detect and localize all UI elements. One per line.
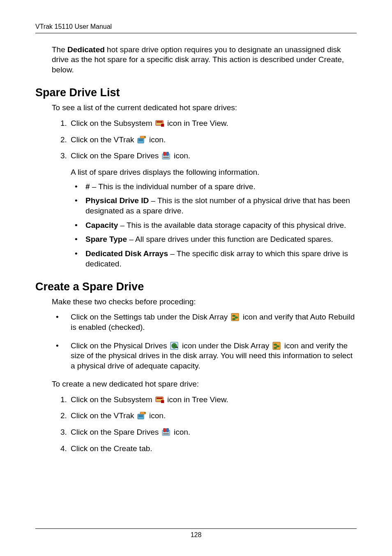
bullet-bold: # bbox=[85, 182, 90, 191]
disk-array-icon bbox=[231, 313, 240, 321]
section1-steps: Click on the Subsystem icon in Tree View… bbox=[52, 118, 357, 269]
list-item: # – This is the individual number of a s… bbox=[71, 182, 357, 192]
text: Click on the Subsystem bbox=[71, 395, 154, 404]
section1-bullets: # – This is the individual number of a s… bbox=[71, 182, 357, 269]
header-rule bbox=[35, 33, 357, 33]
text: The bbox=[52, 45, 67, 54]
disk-array-icon bbox=[272, 342, 281, 350]
physical-drives-icon bbox=[170, 342, 179, 350]
text: icon. bbox=[147, 411, 166, 420]
heading-spare-drive-list: Spare Drive List bbox=[35, 86, 357, 99]
list-item: Click on the VTrak icon. bbox=[69, 410, 357, 421]
section1-subpara: A list of spare drives displays the foll… bbox=[71, 167, 357, 178]
bullet-bold: Spare Type bbox=[85, 235, 127, 243]
list-item: Click on the Physical Drives icon under … bbox=[52, 341, 357, 371]
text: Click on the Create tab. bbox=[71, 444, 152, 453]
section1-intro: To see a list of the current dedicated h… bbox=[52, 103, 357, 112]
text: icon. bbox=[172, 151, 190, 160]
running-head: VTrak 15110 User Manual bbox=[35, 23, 357, 30]
bold-dedicated: Dedicated bbox=[67, 45, 105, 54]
footer-rule bbox=[35, 528, 357, 529]
bullet-rest: – This is the individual number of a spa… bbox=[90, 182, 256, 191]
dedicated-intro: The Dedicated hot spare drive option req… bbox=[52, 45, 357, 75]
text: icon in Tree View. bbox=[165, 395, 228, 404]
page-number: 128 bbox=[35, 531, 357, 539]
subsystem-icon bbox=[155, 396, 164, 404]
text: icon. bbox=[172, 428, 190, 436]
list-item: Click on the Settings tab under the Disk… bbox=[52, 312, 357, 332]
text: Click on the Subsystem bbox=[71, 119, 154, 127]
vtrak-icon bbox=[137, 136, 146, 144]
list-item: Click on the Spare Drives icon. bbox=[69, 427, 357, 438]
spare-drives-icon bbox=[162, 152, 171, 160]
section2-intro2: To create a new dedicated hot spare driv… bbox=[52, 380, 357, 389]
list-item: Dedicated Disk Arrays – The specific dis… bbox=[71, 249, 357, 269]
bullet-bold: Dedicated Disk Arrays bbox=[85, 249, 168, 258]
text: icon. bbox=[147, 135, 166, 144]
list-item: Click on the VTrak icon. bbox=[69, 134, 357, 145]
list-item: Click on the Create tab. bbox=[69, 443, 357, 454]
text: Click on the VTrak bbox=[71, 135, 136, 144]
vtrak-icon bbox=[137, 412, 146, 420]
text: Click on the Settings tab under the Disk… bbox=[71, 313, 230, 321]
list-item: Click on the Spare Drives icon. A list o… bbox=[69, 151, 357, 269]
list-item: Click on the Subsystem icon in Tree View… bbox=[69, 118, 357, 129]
bullet-bold: Capacity bbox=[85, 221, 118, 229]
list-item: Spare Type – All spare drives under this… bbox=[71, 234, 357, 245]
subsystem-icon bbox=[155, 119, 164, 127]
heading-create-spare-drive: Create a Spare Drive bbox=[35, 280, 357, 293]
list-item: Capacity – This is the available data st… bbox=[71, 220, 357, 231]
spare-drives-icon bbox=[162, 428, 171, 436]
section2-steps: Click on the Subsystem icon in Tree View… bbox=[52, 394, 357, 454]
text: Click on the VTrak bbox=[71, 411, 136, 420]
text: icon under the Disk Array bbox=[180, 341, 272, 350]
list-item: Click on the Subsystem icon in Tree View… bbox=[69, 394, 357, 405]
text: icon in Tree View. bbox=[165, 119, 228, 127]
bullet-rest: – All spare drives under this function a… bbox=[127, 235, 333, 243]
text: Click on the Spare Drives bbox=[71, 151, 161, 160]
section2-checks: Click on the Settings tab under the Disk… bbox=[52, 312, 357, 371]
text: Click on the Spare Drives bbox=[71, 428, 161, 436]
bullet-bold: Physical Drive ID bbox=[85, 196, 149, 205]
bullet-rest: – This is the available data storage cap… bbox=[118, 221, 346, 229]
section2-intro: Make these two checks before proceding: bbox=[52, 297, 357, 306]
list-item: Physical Drive ID – This is the slot num… bbox=[71, 196, 357, 216]
text: Click on the Physical Drives bbox=[71, 341, 169, 350]
